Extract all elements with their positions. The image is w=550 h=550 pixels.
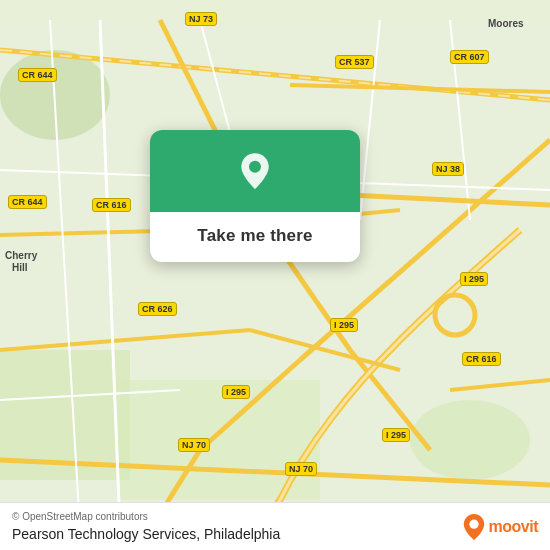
svg-point-31: [249, 161, 261, 173]
svg-point-32: [469, 520, 478, 529]
label-cr537: CR 537: [335, 55, 374, 69]
moovit-logo: moovit: [463, 514, 538, 540]
label-nj70a: NJ 70: [178, 438, 210, 452]
popup-card: Take me there: [150, 130, 360, 262]
label-moores: Moores: [488, 18, 524, 29]
label-nj73: NJ 73: [185, 12, 217, 26]
place-name-label: Pearson Technology Services, Philadelphi…: [12, 526, 538, 542]
popup-top: [150, 130, 360, 212]
label-hill: Hill: [12, 262, 28, 273]
popup-bottom: Take me there: [150, 212, 360, 262]
label-nj38: NJ 38: [432, 162, 464, 176]
svg-point-4: [410, 400, 530, 480]
label-i295a: I 295: [460, 272, 488, 286]
label-i295b: I 295: [330, 318, 358, 332]
label-cr644b: CR 644: [8, 195, 47, 209]
take-me-there-button[interactable]: Take me there: [197, 226, 312, 246]
label-cherry: Cherry: [5, 250, 37, 261]
location-pin-icon: [231, 148, 279, 196]
label-cr644a: CR 644: [18, 68, 57, 82]
map-container: NJ 73 CR 644 CR 644 CR 537 CR 607 NJ 38 …: [0, 0, 550, 550]
label-cr626: CR 626: [138, 302, 177, 316]
svg-point-27: [440, 300, 470, 330]
label-i295d: I 295: [382, 428, 410, 442]
moovit-pin-icon: [463, 514, 485, 540]
bottom-bar: © OpenStreetMap contributors Pearson Tec…: [0, 502, 550, 550]
label-cr607: CR 607: [450, 50, 489, 64]
attribution-text: © OpenStreetMap contributors: [12, 511, 538, 522]
label-cr616a: CR 616: [92, 198, 131, 212]
label-nj70b: NJ 70: [285, 462, 317, 476]
label-i295c: I 295: [222, 385, 250, 399]
moovit-text: moovit: [489, 518, 538, 536]
label-cr616b: CR 616: [462, 352, 501, 366]
